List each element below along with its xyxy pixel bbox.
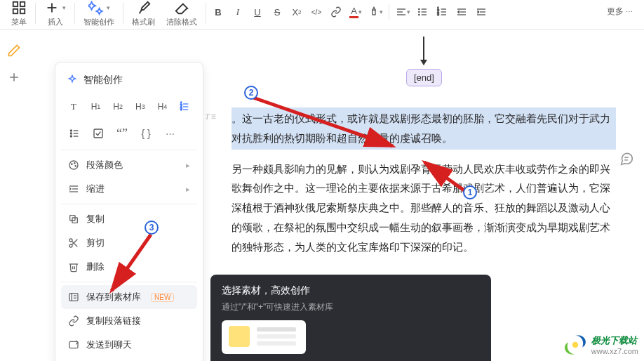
indent-item[interactable]: 缩进 ▸: [61, 177, 197, 201]
heading-h3[interactable]: H3: [130, 98, 150, 116]
save-to-library-item[interactable]: 保存到素材库 NEW: [61, 285, 197, 309]
heading-row-1: T H1 H2 H3 H4 123: [61, 93, 197, 120]
delete-item[interactable]: 删除: [61, 255, 197, 279]
text-style-t[interactable]: T: [64, 98, 83, 116]
more-styles-icon[interactable]: ⋯: [159, 124, 180, 143]
font-color-button[interactable]: A▾: [347, 4, 365, 20]
svg-point-36: [70, 130, 72, 131]
paragraph-1[interactable]: T ≡ 。这一古老的仪式形式，或许就是戏剧形态最初的胚胎，它交融着先民们对于武力…: [232, 107, 616, 150]
cut-item[interactable]: 剪切: [61, 231, 197, 255]
svg-text:3: 3: [437, 13, 439, 16]
svg-point-53: [69, 244, 72, 247]
svg-point-38: [70, 133, 72, 134]
clear-format-label: 清除格式: [166, 17, 197, 27]
numbered-list-button[interactable]: 123: [433, 4, 451, 20]
bullet-icon[interactable]: [64, 124, 85, 143]
popup-subtitle: 通过"/"和"+"可快速进入素材库: [222, 301, 480, 313]
insert-group[interactable]: ▾ 插入: [39, 0, 72, 29]
smart-label: 智能创作: [83, 17, 114, 27]
superscript-button[interactable]: X2: [288, 4, 306, 20]
svg-point-66: [572, 342, 579, 348]
palette-icon: [68, 159, 79, 171]
svg-point-12: [419, 11, 420, 12]
sparkle-icon: [67, 74, 78, 86]
svg-point-52: [69, 239, 72, 242]
send-icon: [68, 339, 79, 350]
panel-title: 智能创作: [61, 70, 197, 93]
eraser-icon: [174, 0, 189, 15]
top-toolbar: 菜单 ▾ 插入 ▾ 智能创作 格式刷 清除格式 B I U S X2 </> A…: [0, 0, 644, 29]
insert-label: 插入: [48, 17, 63, 27]
align-left-button[interactable]: ▾: [394, 4, 412, 20]
plus-icon: [44, 0, 60, 15]
more-button[interactable]: 更多 ⋯: [601, 0, 638, 23]
heading-h2[interactable]: H2: [108, 98, 128, 116]
svg-rect-0: [13, 2, 18, 6]
copy-paragraph-link-item[interactable]: 复制段落链接: [61, 309, 197, 333]
smart-creation-panel: 智能创作 T H1 H2 H3 H4 123 “” { } ⋯ 段落颜色 ▸ 缩…: [55, 62, 203, 361]
drag-handle-icon: ≡: [211, 109, 216, 124]
format-painter-group[interactable]: 格式刷: [126, 0, 161, 29]
paragraph-color-item[interactable]: 段落颜色 ▸: [61, 153, 197, 177]
checkbox-icon[interactable]: [88, 124, 109, 143]
library-icon: [68, 291, 79, 303]
indent-button[interactable]: [472, 4, 490, 20]
heading-row-2: “” { } ⋯: [61, 120, 197, 147]
comment-icon[interactable]: [619, 151, 634, 166]
logo-icon: [563, 333, 587, 357]
watermark: 极光下载站 www.xz7.com: [563, 333, 638, 357]
paragraph-handle[interactable]: T ≡: [205, 109, 216, 124]
annotation-badge-3: 3: [145, 221, 159, 235]
copy-item[interactable]: 复制: [61, 207, 197, 231]
bold-button[interactable]: B: [209, 4, 227, 20]
svg-point-45: [74, 163, 75, 164]
heading-h1[interactable]: H1: [86, 98, 106, 116]
strike-button[interactable]: S: [268, 4, 286, 20]
codeblock-icon[interactable]: { }: [135, 124, 156, 143]
svg-text:3: 3: [180, 107, 182, 111]
quote-icon[interactable]: “”: [112, 124, 133, 143]
svg-rect-42: [94, 129, 102, 138]
inline-code-button[interactable]: </>: [307, 4, 326, 20]
paragraph-2[interactable]: 另一种颇具影响力的见解，则认为戏剧孕育于劳动人民欢庆丰收或劳作之余的即兴歌舞创作…: [232, 159, 616, 257]
highlight-button[interactable]: ▾: [366, 4, 384, 20]
left-rail: [0, 29, 28, 361]
format-painter-label: 格式刷: [132, 17, 155, 27]
scissors-icon: [68, 237, 79, 249]
svg-rect-56: [69, 294, 78, 301]
smart-group[interactable]: ▾ 智能创作: [78, 0, 120, 29]
chevron-right-icon: ▸: [186, 185, 190, 194]
svg-point-14: [419, 14, 420, 15]
svg-point-46: [75, 166, 76, 166]
link-icon: [68, 315, 79, 327]
send-to-chat-item[interactable]: 发送到聊天: [61, 333, 197, 357]
plus-rail-icon[interactable]: [7, 70, 21, 84]
menu-label: 菜单: [11, 17, 27, 27]
heading-h4[interactable]: H4: [153, 98, 173, 116]
chevron-right-icon: ▸: [186, 161, 190, 170]
link-button[interactable]: [327, 4, 345, 20]
brush-icon: [136, 0, 152, 15]
popup-preview-thumb[interactable]: [222, 320, 306, 354]
menu-group[interactable]: 菜单: [6, 0, 32, 29]
end-node[interactable]: [end]: [406, 69, 442, 86]
trash-icon: [68, 261, 79, 273]
text-type-icon: T: [205, 109, 210, 124]
svg-rect-1: [20, 2, 25, 6]
outdent-button[interactable]: [452, 4, 471, 20]
svg-rect-3: [20, 9, 25, 13]
ordered-list-icon[interactable]: 123: [175, 98, 194, 116]
bullet-list-button[interactable]: [413, 4, 431, 20]
svg-rect-2: [13, 9, 18, 13]
clear-format-group[interactable]: 清除格式: [161, 0, 203, 29]
indent-icon: [68, 183, 79, 195]
flowchart-end: [end]: [406, 37, 441, 86]
annotation-badge-1: 1: [463, 185, 477, 199]
underline-button[interactable]: U: [248, 4, 267, 20]
svg-point-44: [72, 164, 72, 164]
pencil-icon[interactable]: [7, 44, 21, 58]
grid-icon: [11, 0, 27, 15]
svg-point-40: [70, 136, 72, 137]
italic-button[interactable]: I: [229, 4, 247, 20]
new-tag: NEW: [151, 293, 174, 302]
